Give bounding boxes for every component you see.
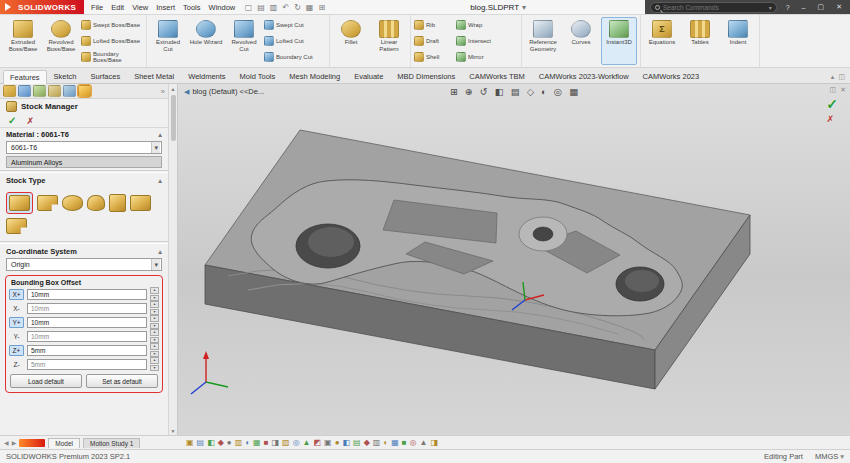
hole-wizard-button[interactable]: Hole Wizard <box>188 17 224 65</box>
spin-up-icon[interactable]: ▴ <box>150 343 159 350</box>
pane-split-icon[interactable]: ◫ <box>838 73 845 81</box>
collapse-ribbon-icon[interactable]: ▴ <box>831 73 835 81</box>
tables-button[interactable]: Tables <box>682 17 718 65</box>
heads-up-toolbar-icon[interactable]: ▤ <box>507 86 523 97</box>
x-plus-input[interactable] <box>27 289 147 300</box>
camworks-toolbar-icon[interactable]: ▤ <box>353 439 361 447</box>
extruded-cut-button[interactable]: Extruded Cut <box>150 17 186 65</box>
camworks-toolbar-icon[interactable]: ◆ <box>218 439 224 447</box>
part-center-hole[interactable] <box>533 227 553 241</box>
tab-mesh-modeling[interactable]: Mesh Modeling <box>282 69 347 83</box>
shell-button[interactable]: Shell <box>414 51 454 63</box>
wrap-button[interactable]: Wrap <box>456 19 518 31</box>
graphics-viewport[interactable]: ◀ blog (Default) <<De... ⊞⊕↺◧▤◇◐◎▦ ◫ ✕ ✓… <box>178 84 850 435</box>
equations-button[interactable]: ΣEquations <box>644 17 680 65</box>
z-minus-spinner[interactable]: ▴▾ <box>150 357 159 371</box>
heads-up-toolbar-icon[interactable]: ◐ <box>538 86 551 97</box>
stock-type-sketch-button[interactable] <box>6 218 27 234</box>
boundary-cut-button[interactable]: Boundary Cut <box>264 51 326 63</box>
scrollbar-thumb[interactable] <box>171 95 176 141</box>
camworks-toolbar-icon[interactable]: ◨ <box>431 439 439 447</box>
stock-type-section-header[interactable]: Stock Type ▴ <box>0 174 168 186</box>
material-combo-dropdown-icon[interactable]: ▾ <box>151 142 160 153</box>
camworks-tab-icon[interactable] <box>78 85 91 97</box>
units-selector[interactable]: MMGS ▾ <box>815 452 844 461</box>
tab-sheet-metal[interactable]: Sheet Metal <box>127 69 181 83</box>
scroll-up-icon[interactable]: ▲ <box>171 84 176 93</box>
quick-access-icon[interactable]: ↻ <box>292 3 304 12</box>
y-plus-label[interactable]: Y+ <box>9 317 24 328</box>
boundary-boss-base-button[interactable]: Boundary Boss/Base <box>81 51 143 63</box>
menu-tools[interactable]: Tools <box>179 3 205 12</box>
tab-camworks-tbm[interactable]: CAMWorks TBM <box>462 69 532 83</box>
model-3d-view[interactable] <box>178 84 850 435</box>
indent-button[interactable]: Indent <box>720 17 756 65</box>
camworks-toolbar-icon[interactable]: ▤ <box>197 439 205 447</box>
quick-access-icon[interactable]: ⊞ <box>316 3 328 12</box>
mirror-button[interactable]: Mirror <box>456 51 518 63</box>
material-section-header[interactable]: Material : 6061-T6 ▴ <box>0 128 168 140</box>
heads-up-toolbar-icon[interactable]: ◇ <box>523 86 537 97</box>
quick-access-icon[interactable]: ▤ <box>255 3 268 12</box>
swept-boss-base-button[interactable]: Swept Boss/Base <box>81 19 143 31</box>
camworks-toolbar-icon[interactable]: ▧ <box>282 439 290 447</box>
quick-access-icon[interactable]: ↶ <box>280 3 292 12</box>
tab-scroll-left-icon[interactable]: ◀ <box>4 439 9 446</box>
panel-pin-icon[interactable]: » <box>161 87 165 96</box>
coordinate-system-header[interactable]: Co-ordinate System ▴ <box>0 245 168 257</box>
menu-insert[interactable]: Insert <box>152 3 179 12</box>
camworks-toolbar-icon[interactable]: ● <box>227 439 232 447</box>
tab-evaluate[interactable]: Evaluate <box>347 69 390 83</box>
tab-mold-tools[interactable]: Mold Tools <box>233 69 283 83</box>
camworks-toolbar-icon[interactable]: ◨ <box>272 439 280 447</box>
spin-down-icon[interactable]: ▾ <box>150 365 159 372</box>
load-default-button[interactable]: Load default <box>10 374 82 388</box>
ok-button[interactable]: ✓ <box>8 115 16 126</box>
z-minus-input[interactable] <box>27 359 147 370</box>
reference-geometry-button[interactable]: Reference Geometry <box>525 17 561 65</box>
swept-cut-button[interactable]: Swept Cut <box>264 19 326 31</box>
tab-mbd-dimensions[interactable]: MBD Dimensions <box>390 69 462 83</box>
y-plus-input[interactable] <box>27 317 147 328</box>
spin-up-icon[interactable]: ▴ <box>150 357 159 364</box>
camworks-toolbar-icon[interactable]: ◐ <box>245 439 250 447</box>
set-as-default-button[interactable]: Set as default <box>86 374 158 388</box>
z-plus-spinner[interactable]: ▴▾ <box>150 343 159 357</box>
tab-surfaces[interactable]: Surfaces <box>84 69 128 83</box>
scroll-down-icon[interactable]: ▼ <box>171 426 176 435</box>
camworks-toolbar-icon[interactable]: ▥ <box>235 439 243 447</box>
material-combo[interactable]: 6061-T6 ▾ <box>6 141 162 154</box>
tab-model[interactable]: Model <box>48 438 80 448</box>
camworks-toolbar-icon[interactable]: ▲ <box>420 439 428 447</box>
heads-up-toolbar-icon[interactable]: ▦ <box>566 86 582 97</box>
linear-pattern-button[interactable]: Linear Pattern <box>371 17 407 65</box>
revolved-cut-button[interactable]: Revolved Cut <box>226 17 262 65</box>
camworks-toolbar-icon[interactable]: ▣ <box>186 439 194 447</box>
search-dropdown-icon[interactable]: ▾ <box>769 4 772 11</box>
heads-up-toolbar-icon[interactable]: ⊞ <box>446 86 461 97</box>
menu-edit[interactable]: Edit <box>107 3 128 12</box>
dimxpert-tab-icon[interactable] <box>48 85 61 97</box>
camworks-toolbar-icon[interactable]: ▦ <box>391 439 399 447</box>
spin-up-icon[interactable]: ▴ <box>150 287 159 294</box>
lofted-boss-base-button[interactable]: Lofted Boss/Base <box>81 35 143 47</box>
tab-camworks-2023[interactable]: CAMWorks 2023 <box>636 69 707 83</box>
spin-up-icon[interactable]: ▴ <box>150 329 159 336</box>
heads-up-toolbar-icon[interactable]: ⊕ <box>461 86 476 97</box>
tab-scroll-right-icon[interactable]: ▶ <box>12 439 17 446</box>
tab-sketch[interactable]: Sketch <box>47 69 84 83</box>
maximize-button[interactable]: ▢ <box>815 3 828 11</box>
rib-button[interactable]: Rib <box>414 19 454 31</box>
minimize-button[interactable]: – <box>799 4 809 11</box>
heads-up-toolbar-icon[interactable]: ◧ <box>491 86 507 97</box>
cancel-button[interactable]: ✗ <box>26 116 34 126</box>
search-input[interactable] <box>663 4 766 11</box>
menu-file[interactable]: File <box>87 3 107 12</box>
heads-up-toolbar-icon[interactable]: ↺ <box>476 86 491 97</box>
y-minus-spinner[interactable]: ▴▾ <box>150 329 159 343</box>
stock-type-collapse-icon[interactable]: ▴ <box>158 176 162 185</box>
configurations-tab-icon[interactable] <box>33 85 46 97</box>
tab-weldments[interactable]: Weldments <box>181 69 232 83</box>
pane-close-icon[interactable]: ✕ <box>840 86 846 94</box>
camworks-toolbar-icon[interactable]: ◩ <box>314 439 322 447</box>
